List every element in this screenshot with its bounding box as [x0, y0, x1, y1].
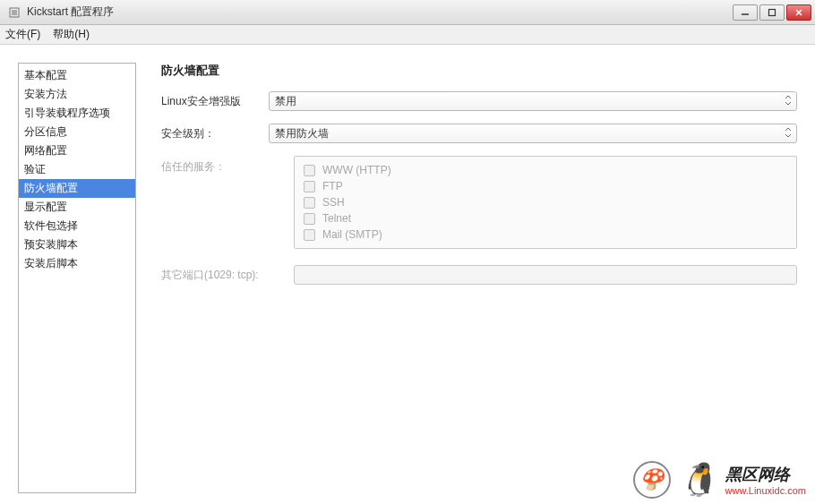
- sidebar-item-postscript[interactable]: 安装后脚本: [19, 254, 135, 273]
- service-ssh: SSH: [304, 194, 787, 210]
- sidebar-item-bootloader[interactable]: 引导装载程序选项: [19, 104, 135, 123]
- titlebar: Kickstart 配置程序: [0, 0, 815, 25]
- minimize-button[interactable]: [733, 4, 758, 21]
- trusted-services-box: WWW (HTTP) FTP SSH Telnet: [294, 156, 797, 249]
- sidebar-item-firewall[interactable]: 防火墙配置: [19, 179, 135, 198]
- sidebar-item-basic[interactable]: 基本配置: [19, 66, 135, 85]
- sidebar-item-partition[interactable]: 分区信息: [19, 123, 135, 141]
- chevron-updown-icon: [785, 95, 792, 107]
- svg-rect-3: [769, 9, 776, 15]
- service-www: WWW (HTTP): [304, 162, 787, 178]
- service-ftp: FTP: [304, 178, 787, 194]
- row-security-level: 安全级别： 禁用防火墙: [161, 124, 797, 143]
- service-label: Mail (SMTP): [322, 228, 382, 241]
- row-other-ports: 其它端口(1029: tcp):: [161, 265, 797, 285]
- sidebar-item-packages[interactable]: 软件包选择: [19, 217, 135, 235]
- service-label: FTP: [322, 180, 343, 192]
- sidebar-item-display[interactable]: 显示配置: [19, 198, 135, 217]
- body-area: 基本配置 安装方法 引导装载程序选项 分区信息 网络配置 验证 防火墙配置 显示…: [0, 45, 815, 504]
- watermark: 🍄 🐧 黑区网络 www.Linuxidc.com: [633, 461, 806, 499]
- watermark-url: www.Linuxidc.com: [725, 485, 806, 496]
- select-security-level[interactable]: 禁用防火墙: [269, 124, 797, 143]
- menubar: 文件(F) 帮助(H): [0, 25, 815, 45]
- input-other-ports[interactable]: [294, 265, 797, 285]
- sidebar-item-network[interactable]: 网络配置: [19, 141, 135, 160]
- checkbox-ssh[interactable]: [304, 197, 315, 209]
- checkbox-telnet[interactable]: [304, 213, 315, 225]
- label-selinux: Linux安全增强版: [161, 94, 269, 109]
- svg-rect-1: [12, 10, 17, 15]
- checkbox-www[interactable]: [304, 165, 315, 176]
- sidebar: 基本配置 安装方法 引导装载程序选项 分区信息 网络配置 验证 防火墙配置 显示…: [18, 63, 136, 493]
- mushroom-icon: 🍄: [633, 461, 671, 499]
- watermark-brand: 黑区网络: [725, 466, 790, 483]
- tux-icon: 🐧: [678, 461, 718, 499]
- sidebar-item-auth[interactable]: 验证: [19, 160, 135, 179]
- watermark-text: 黑区网络 www.Linuxidc.com: [725, 464, 806, 496]
- select-selinux-value: 禁用: [275, 94, 296, 109]
- maximize-button[interactable]: [759, 4, 785, 21]
- content-pane: 防火墙配置 Linux安全增强版 禁用 安全级别： 禁用防火墙: [136, 63, 797, 493]
- app-window: Kickstart 配置程序 文件(F) 帮助(H) 基本配置 安装方法 引导装…: [0, 0, 815, 504]
- checkbox-smtp[interactable]: [304, 229, 315, 241]
- label-security-level: 安全级别：: [161, 126, 269, 141]
- select-security-level-value: 禁用防火墙: [275, 126, 329, 141]
- service-label: SSH: [322, 196, 345, 209]
- menu-help[interactable]: 帮助(H): [53, 27, 90, 42]
- service-label: Telnet: [322, 212, 351, 225]
- row-selinux: Linux安全增强版 禁用: [161, 91, 797, 111]
- row-trusted-services: 信任的服务： WWW (HTTP) FTP SSH: [161, 156, 797, 249]
- sidebar-item-install-method[interactable]: 安装方法: [19, 85, 135, 104]
- window-title: Kickstart 配置程序: [27, 4, 114, 20]
- chevron-updown-icon: [785, 127, 792, 140]
- label-trusted-services: 信任的服务：: [161, 159, 269, 175]
- app-icon: [7, 5, 21, 20]
- checkbox-ftp[interactable]: [304, 181, 315, 192]
- service-telnet: Telnet: [304, 210, 787, 226]
- label-other-ports: 其它端口(1029: tcp):: [161, 268, 294, 283]
- menu-file[interactable]: 文件(F): [5, 27, 40, 42]
- service-smtp: Mail (SMTP): [304, 226, 787, 243]
- service-label: WWW (HTTP): [322, 164, 391, 176]
- select-selinux[interactable]: 禁用: [269, 91, 797, 111]
- section-title: 防火墙配置: [161, 63, 797, 79]
- close-button[interactable]: [786, 4, 811, 21]
- sidebar-item-prescript[interactable]: 预安装脚本: [19, 235, 135, 254]
- window-controls: [733, 4, 811, 21]
